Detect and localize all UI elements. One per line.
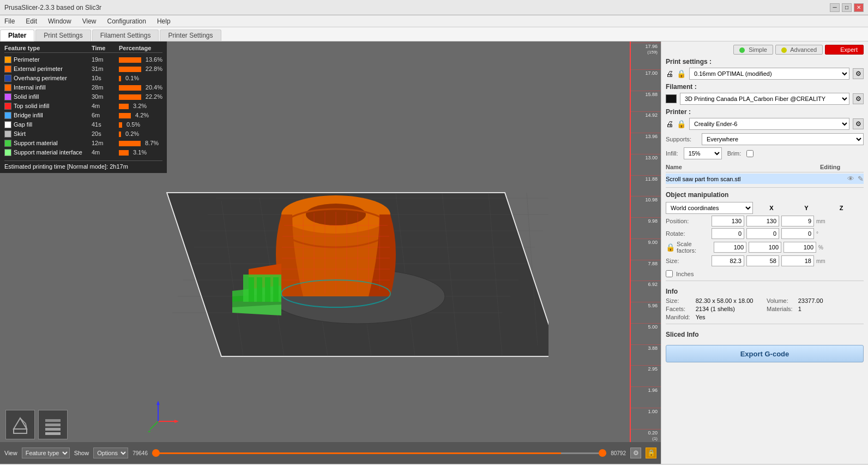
- legend-time: 41s: [92, 120, 119, 129]
- size-z-input[interactable]: [781, 255, 814, 266]
- legend-time: 4m: [92, 148, 119, 157]
- supports-label: Supports:: [666, 136, 698, 142]
- tab-printer-settings[interactable]: Printer Settings: [160, 29, 221, 41]
- svg-marker-49: [174, 420, 179, 423]
- menu-file[interactable]: File: [2, 17, 17, 26]
- print-settings-gear[interactable]: ⚙: [853, 68, 864, 79]
- svg-line-52: [150, 421, 158, 430]
- legend-color-swatch: [4, 56, 11, 63]
- x-axis-label: X: [755, 205, 788, 211]
- slider-settings-button[interactable]: ⚙: [630, 448, 641, 458]
- ruler-line: [630, 41, 631, 442]
- minimize-button[interactable]: ─: [830, 3, 840, 12]
- legend-bar: [119, 67, 141, 72]
- window-controls[interactable]: ─ □ ✕: [830, 3, 864, 12]
- svg-rect-32: [273, 277, 279, 302]
- legend-time: 4m: [92, 102, 119, 111]
- scale-z-input[interactable]: [783, 242, 816, 253]
- legend-bar: [119, 113, 131, 118]
- view-label: View: [4, 450, 17, 456]
- layer-view-icon[interactable]: [38, 410, 68, 439]
- inches-checkbox[interactable]: [666, 270, 673, 277]
- coord-system-select[interactable]: World coordinates Local coordinates: [666, 202, 753, 214]
- position-x-input[interactable]: [712, 216, 744, 226]
- legend-bar: [119, 94, 141, 100]
- filament-gear[interactable]: ⚙: [853, 93, 864, 104]
- svg-marker-54: [14, 418, 27, 429]
- tab-plater[interactable]: Plater: [0, 29, 34, 41]
- legend-time: 10s: [92, 74, 119, 83]
- rotate-unit: °: [816, 231, 833, 237]
- view-icons[interactable]: [5, 410, 68, 439]
- legend-bar-cell: 0.2%: [119, 129, 162, 139]
- export-gcode-button[interactable]: Export G-code: [666, 345, 864, 362]
- scale-y-input[interactable]: [749, 242, 781, 253]
- slider-handle-right[interactable]: [599, 449, 606, 457]
- print-settings-row: 🖨 🔒 0.16mm OPTIMAL (modified) ⚙: [666, 68, 864, 80]
- position-unit: mm: [816, 218, 833, 224]
- scale-lock-icon[interactable]: 🔒: [666, 243, 674, 252]
- menu-configuration[interactable]: Configuration: [105, 17, 148, 26]
- object-edit-icon[interactable]: ✎: [858, 175, 864, 183]
- position-y-input[interactable]: [746, 216, 779, 226]
- rotate-x-input[interactable]: [712, 228, 744, 239]
- legend-bar: [119, 104, 129, 109]
- view-select[interactable]: Feature type: [22, 448, 70, 458]
- size-y-input[interactable]: [746, 255, 779, 266]
- menu-bar: File Edit Window View Configuration Help: [0, 15, 868, 27]
- infill-select[interactable]: 15%: [684, 147, 722, 159]
- main-layout: Feature type Time Percentage Perimeter 1…: [0, 41, 868, 464]
- legend-pct: 22.2%: [143, 92, 162, 102]
- size-unit: mm: [816, 258, 833, 264]
- slider-handle-left[interactable]: [152, 449, 160, 457]
- slider-left-val: 79646: [132, 450, 148, 456]
- brim-checkbox[interactable]: [746, 150, 754, 157]
- rotate-y-input[interactable]: [746, 228, 779, 239]
- layer-slider[interactable]: [152, 452, 606, 454]
- show-select[interactable]: Options: [93, 448, 128, 458]
- legend-overlay: Feature type Time Percentage Perimeter 1…: [0, 41, 167, 173]
- object-visibility-icon[interactable]: 👁: [847, 175, 854, 183]
- info-grid: Size: 82.30 x 58.00 x 18.00 Volume: 2337…: [666, 297, 864, 320]
- print-profile-icon: 🖨: [666, 69, 673, 78]
- cube-view-icon[interactable]: [5, 410, 35, 439]
- bed-svg: [112, 84, 548, 400]
- object-list-item[interactable]: Scroll saw part from scan.stl 👁 ✎: [666, 174, 864, 184]
- expert-mode-button[interactable]: Expert: [825, 45, 864, 55]
- viewport-area[interactable]: Feature type Time Percentage Perimeter 1…: [0, 41, 661, 464]
- legend-pct: 3.2%: [131, 102, 147, 111]
- size-x-input[interactable]: [712, 255, 744, 266]
- menu-window[interactable]: Window: [46, 17, 74, 26]
- slider-right-val: 80792: [611, 450, 626, 456]
- legend-time: 30m: [92, 92, 119, 102]
- filament-select[interactable]: 3D Printing Canada PLA_Carbon Fiber @CRE…: [680, 93, 849, 105]
- advanced-mode-button[interactable]: Advanced: [775, 45, 823, 55]
- scale-x-input[interactable]: [714, 242, 746, 253]
- tab-filament-settings[interactable]: Filament Settings: [92, 29, 159, 41]
- legend-color-swatch: [4, 84, 11, 91]
- legend-time: 19m: [92, 55, 119, 64]
- printer-select[interactable]: Creality Ender-6: [689, 118, 849, 130]
- simple-mode-button[interactable]: Simple: [733, 45, 773, 55]
- rotate-z-input[interactable]: [781, 228, 814, 239]
- position-z-input[interactable]: [781, 216, 814, 226]
- printer-row: 🖨 🔒 Creality Ender-6 ⚙: [666, 118, 864, 130]
- maximize-button[interactable]: □: [842, 3, 852, 12]
- menu-help[interactable]: Help: [155, 17, 173, 26]
- print-profile-select[interactable]: 0.16mm OPTIMAL (modified): [689, 68, 849, 80]
- supports-select[interactable]: Everywhere None Support on build plate o…: [702, 133, 864, 145]
- legend-bar-cell: 13.6%: [119, 55, 162, 64]
- svg-marker-53: [147, 431, 151, 432]
- legend-color-swatch: [4, 130, 11, 138]
- tab-print-settings[interactable]: Print Settings: [35, 29, 91, 41]
- menu-edit[interactable]: Edit: [23, 17, 39, 26]
- lock-layer-button[interactable]: 🔒: [646, 448, 656, 458]
- legend-feature-name: Internal infill: [12, 83, 92, 92]
- svg-rect-60: [45, 419, 61, 422]
- menu-view[interactable]: View: [80, 17, 99, 26]
- legend-row: Support material interface 4m 3.1%: [4, 148, 162, 157]
- legend-bar: [119, 132, 121, 137]
- close-button[interactable]: ✕: [854, 3, 864, 12]
- legend-row: Top solid infill 4m 3.2%: [4, 102, 162, 111]
- printer-gear[interactable]: ⚙: [853, 118, 864, 129]
